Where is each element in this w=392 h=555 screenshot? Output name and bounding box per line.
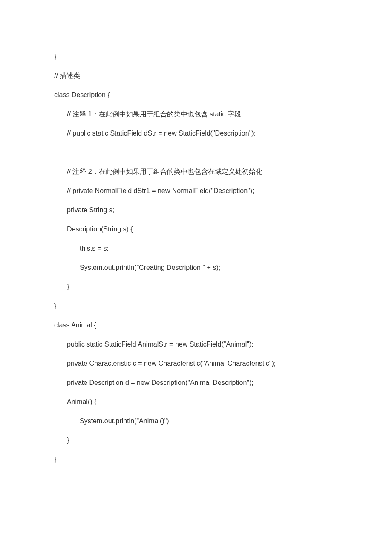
- code-line: }: [54, 283, 392, 290]
- code-line: }: [54, 437, 392, 444]
- code-line: }: [54, 53, 392, 60]
- blank-line: [54, 149, 392, 168]
- code-line: Description(String s) {: [54, 226, 392, 233]
- code-line: // 注释 2：在此例中如果用于组合的类中也包含在域定义处初始化: [54, 168, 392, 175]
- code-line: class Description {: [54, 92, 392, 98]
- code-line: public static StaticField AnimalStr = ne…: [54, 341, 392, 348]
- code-block: }// 描述类class Description {// 注释 1：在此例中如果…: [54, 53, 392, 463]
- code-line: System.out.println("Animal()");: [54, 418, 392, 425]
- code-line: // 描述类: [54, 72, 392, 79]
- code-line: private String s;: [54, 207, 392, 214]
- code-line: Animal() {: [54, 399, 392, 405]
- code-line: // private NormalField dStr1 = new Norma…: [54, 188, 392, 194]
- code-line: this.s = s;: [54, 245, 392, 252]
- code-line: private Description d = new Description(…: [54, 379, 392, 386]
- code-line: class Animal {: [54, 322, 392, 329]
- code-line: // 注释 1：在此例中如果用于组合的类中也包含 static 字段: [54, 111, 392, 118]
- code-line: private Characteristic c = new Character…: [54, 360, 392, 367]
- code-line: }: [54, 303, 392, 309]
- code-line: System.out.println("Creating Description…: [54, 264, 392, 271]
- code-line: // public static StaticField dStr = new …: [54, 130, 392, 137]
- code-line: }: [54, 456, 392, 463]
